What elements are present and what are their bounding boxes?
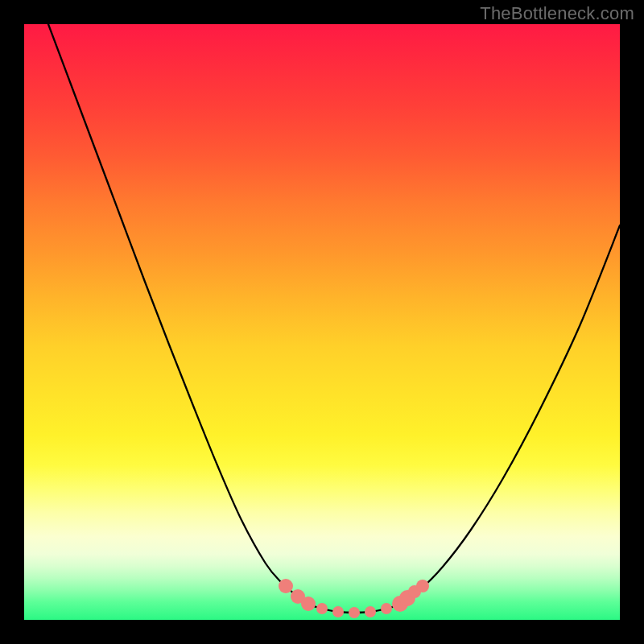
curve-marker xyxy=(301,597,316,611)
curve-marker xyxy=(316,603,328,614)
bottleneck-curve-path xyxy=(48,24,620,613)
chart-frame: TheBottleneck.com xyxy=(0,0,644,644)
plot-area xyxy=(24,24,620,620)
curve-marker xyxy=(349,607,360,618)
bottleneck-curve xyxy=(24,24,620,620)
curve-marker xyxy=(365,606,376,617)
curve-marker xyxy=(332,606,344,617)
curve-marker xyxy=(416,580,429,592)
curve-marker xyxy=(381,603,392,614)
watermark-label: TheBottleneck.com xyxy=(480,3,634,24)
curve-marker xyxy=(279,579,293,593)
